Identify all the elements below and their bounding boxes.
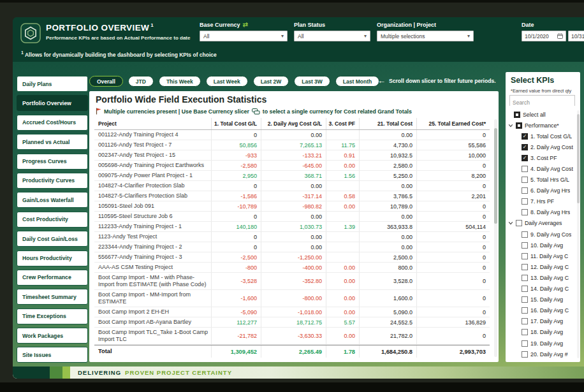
table-row[interactable]: Boot Camp Import - MM-Import from ESTIMA…	[94, 290, 490, 307]
checkbox[interactable]	[522, 264, 528, 270]
kpi-item-3-cost-pf[interactable]: ✓3. Cost PF	[506, 152, 576, 163]
checkbox[interactable]	[522, 275, 528, 281]
date-end-input[interactable]: 10/31/2020	[568, 31, 584, 41]
checkbox[interactable]	[514, 112, 520, 118]
expand-collapse-icon[interactable]	[507, 122, 513, 128]
kpi-item-19-daily-avg[interactable]: 19. Daily Avg	[506, 338, 576, 349]
checkbox[interactable]: ✓	[522, 133, 528, 140]
kpi-item-13-daily-avg-c[interactable]: 13. Daily Avg C	[506, 272, 576, 283]
column-header-2-daily-avg-cost-g-l[interactable]: 2. Daily Avg Cost G/L	[261, 118, 326, 129]
sidebar-item-timesheet-summary[interactable]: Timesheet Summary	[17, 289, 88, 305]
sidebar-item-productivity-curves[interactable]: Productivity Curves	[17, 173, 88, 189]
sidebar-item-cost-productivity[interactable]: Cost Productivity	[17, 212, 88, 228]
period-tab-last-2w[interactable]: Last 2W	[253, 76, 289, 87]
checkbox[interactable]	[522, 242, 528, 249]
kpi-item-20-daily-avg[interactable]: 20. Daily Avg #	[506, 349, 576, 359]
table-row[interactable]: Boot Camp Import AB-Ayana Bartley112,277…	[94, 317, 490, 328]
period-tab-jtd[interactable]: JTD	[128, 76, 154, 87]
organization-project-dropdown[interactable]: Multiple selections ▾	[377, 31, 474, 41]
table-row[interactable]: Boot Camp Import TLC_Take 1-Boot Camp Im…	[94, 328, 490, 345]
kpi-item-17-daily-avg[interactable]: 17. Daily Avg	[506, 316, 576, 327]
sidebar-item-work-packages[interactable]: Work Packages	[17, 328, 88, 344]
sidebar-item-daily-plans[interactable]: Daily Plans	[17, 76, 88, 92]
kpi-item-11-daily-avg-c[interactable]: 11. Daily Avg C	[506, 250, 576, 261]
table-row[interactable]: 005698-Andy Training Project Earthworks-…	[94, 161, 490, 171]
kpi-item-9-daily-avg-cos[interactable]: 9. Daily Avg Cos	[506, 229, 576, 240]
kpi-item-1-total-cost-g-l[interactable]: ✓1. Total Cost G/L	[506, 131, 576, 142]
kpi-item-7-hrs-pf[interactable]: 7. Hrs PF	[506, 196, 576, 207]
sidebar-item-accrued-cost-hours[interactable]: Accrued Cost/Hours	[17, 115, 88, 131]
column-header-21-total-cost[interactable]: 21. Total Cost	[359, 118, 416, 129]
kpi-item-8-daily-avg-hrs[interactable]: 8. Daily Avg Hrs	[506, 207, 576, 218]
column-header-project[interactable]: Project	[94, 118, 211, 129]
sidebar-item-site-issues[interactable]: Site Issues	[17, 347, 88, 363]
kpi-item-daily-averages[interactable]: Daily Averages	[506, 218, 576, 229]
checkbox[interactable]	[522, 187, 528, 194]
scrollbar-thumb[interactable]	[577, 114, 580, 203]
checkbox[interactable]	[522, 231, 528, 238]
table-row[interactable]: 112233-Andy Training Project - 1140,1801…	[94, 222, 490, 232]
checkbox[interactable]	[522, 177, 528, 183]
table-row[interactable]: 001126-Andy Test Project - 750,8567,265.…	[94, 140, 490, 150]
checkbox[interactable]	[522, 329, 528, 335]
table-row[interactable]: 001122-Andy Training Project 400.000.000	[94, 130, 490, 140]
sidebar-item-progress-curves[interactable]: Progress Curves	[17, 154, 88, 170]
period-tab-overall[interactable]: Overall	[89, 76, 123, 87]
plan-status-dropdown[interactable]: All ▾	[294, 31, 370, 41]
kpi-item-10-daily-avg[interactable]: 10. Daily Avg	[506, 240, 576, 250]
table-row[interactable]: 104827-5-Clarifiers Protection Slab-1,58…	[94, 191, 490, 201]
sidebar-item-portfolio-overview[interactable]: Portfolio Overview	[17, 95, 88, 111]
period-tab-last-week[interactable]: Last Week	[206, 76, 248, 87]
kpi-item-6-daily-avg-hrs[interactable]: 6. Daily Avg Hrs	[506, 185, 576, 196]
kpi-search-input[interactable]	[510, 98, 574, 108]
sidebar-item-gain-loss-waterfall[interactable]: Gain/Loss Waterfall	[17, 192, 88, 208]
checkbox[interactable]	[522, 166, 528, 172]
checkbox[interactable]	[516, 220, 522, 226]
checkbox[interactable]	[522, 286, 528, 292]
base-currency-dropdown[interactable]: All ▾	[200, 31, 288, 41]
expand-collapse-icon[interactable]	[507, 221, 513, 226]
checkbox[interactable]	[522, 253, 528, 259]
checkbox[interactable]	[516, 122, 522, 129]
kpi-item-select-all[interactable]: Select all	[506, 109, 576, 120]
checkbox[interactable]: ✓	[522, 155, 528, 161]
kpi-item-4-daily-avg-cost[interactable]: 4. Daily Avg Cost	[506, 163, 576, 174]
table-row[interactable]: Boot Camp Import 2 EH-EH-5,090-1,018.000…	[94, 307, 490, 317]
scrollbar-thumb[interactable]	[494, 128, 497, 224]
table-row[interactable]: Boot Camp Import - MM - with Phase-Impor…	[94, 273, 490, 290]
kpi-item-2-daily-avg-cost[interactable]: ✓2. Daily Avg Cost	[506, 142, 576, 152]
kpi-item-12-daily-avg-c[interactable]: 12. Daily Avg C	[506, 261, 576, 272]
table-row[interactable]: 105091-Steel Job 091-10,789-980.820.0010…	[94, 201, 490, 212]
period-tab-last-month[interactable]: Last Month	[335, 76, 379, 87]
date-start-input[interactable]: 10/1/2020	[522, 31, 566, 41]
column-header-25-total-earned-cost[interactable]: 25. Total Earned Cost*	[416, 118, 490, 129]
period-tab-this-week[interactable]: This Week	[159, 76, 201, 87]
column-header-3-cost-pf[interactable]: 3. Cost PF	[326, 118, 359, 129]
kpi-item-18-daily-avg[interactable]: 18. Daily Avg	[506, 327, 576, 338]
checkbox[interactable]	[522, 198, 528, 205]
table-row[interactable]: 223344-Andy Training Project - 200.000.0…	[94, 242, 490, 252]
kpi-item-performance[interactable]: Performance*	[506, 120, 576, 131]
table-row[interactable]: AAA-AS CSM Testing Project-800-400.000.0…	[94, 263, 490, 273]
sidebar-item-time-exceptions[interactable]: Time Exceptions	[17, 309, 88, 324]
sidebar-item-daily-cost-gain-loss[interactable]: Daily Cost Gain/Loss	[17, 231, 88, 247]
table-row[interactable]: 1123-Andy Test Project00.000.000	[94, 232, 490, 242]
checkbox[interactable]	[522, 340, 528, 347]
table-row[interactable]: 556677-Andy Training Project - 3-2,500-1…	[94, 252, 490, 263]
table-row[interactable]: 104827-4-Clarifier Protection Slab00.000…	[94, 181, 490, 191]
sidebar-item-planned-vs-actual[interactable]: Planned vs Actual	[17, 134, 88, 150]
checkbox[interactable]	[522, 296, 528, 303]
table-row[interactable]: 002347-Andy Test Project - 15-933-133.21…	[94, 150, 490, 161]
checkbox[interactable]	[522, 318, 528, 324]
checkbox[interactable]	[522, 307, 528, 314]
sidebar-item-hours-productivity[interactable]: Hours Productivity	[17, 250, 88, 266]
checkbox[interactable]: ✓	[522, 144, 528, 150]
kpi-item-15-daily-avg[interactable]: 15. Daily Avg	[506, 294, 576, 305]
checkbox[interactable]	[522, 351, 528, 358]
column-header-1-total-cost-g-l[interactable]: 1. Total Cost G/L	[211, 118, 261, 129]
checkbox[interactable]	[522, 209, 528, 215]
period-tab-last-3w[interactable]: Last 3W	[294, 76, 330, 87]
kpi-item-5-total-hrs-g-l[interactable]: 5. Total Hrs G/L	[506, 175, 576, 185]
table-row[interactable]: 110595-Steel Structure Job 600.000.000	[94, 212, 490, 222]
table-row[interactable]: 009075-Andy Power Plant Project - 12,950…	[94, 171, 490, 181]
